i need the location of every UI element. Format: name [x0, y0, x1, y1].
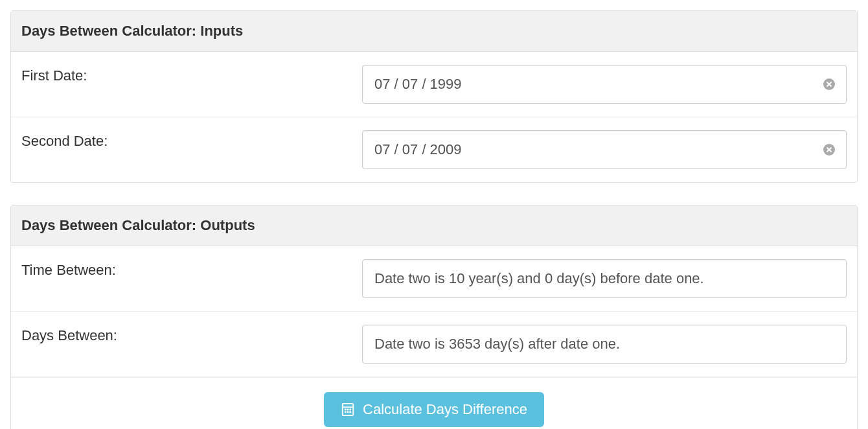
svg-point-5: [345, 412, 346, 412]
button-row: Calculate Days Difference: [11, 377, 857, 429]
svg-point-7: [350, 412, 350, 412]
time-between-row: Time Between: Date two is 10 year(s) and…: [11, 246, 857, 312]
days-between-output: Date two is 3653 day(s) after date one.: [362, 325, 847, 364]
clear-x-icon[interactable]: [823, 78, 835, 90]
svg-point-2: [345, 409, 346, 410]
days-between-control: Date two is 3653 day(s) after date one.: [362, 325, 847, 364]
time-between-control: Date two is 10 year(s) and 0 day(s) befo…: [362, 259, 847, 298]
time-between-label: Time Between:: [21, 259, 362, 279]
outputs-panel: Days Between Calculator: Outputs Time Be…: [10, 205, 858, 429]
outputs-panel-header: Days Between Calculator: Outputs: [11, 205, 857, 246]
days-between-row: Days Between: Date two is 3653 day(s) af…: [11, 312, 857, 377]
second-date-control: 07 / 07 / 2009: [362, 130, 847, 169]
first-date-row: First Date: 07 / 07 / 1999: [11, 52, 857, 117]
svg-point-4: [350, 409, 350, 410]
inputs-panel-header: Days Between Calculator: Inputs: [11, 11, 857, 52]
second-date-input[interactable]: 07 / 07 / 2009: [362, 130, 847, 169]
first-date-label: First Date:: [21, 65, 362, 84]
second-date-label: Second Date:: [21, 130, 362, 150]
days-between-label: Days Between:: [21, 325, 362, 344]
first-date-input[interactable]: 07 / 07 / 1999: [362, 65, 847, 104]
calculate-button-label: Calculate Days Difference: [363, 401, 527, 418]
svg-point-6: [347, 412, 348, 412]
calculate-button[interactable]: Calculate Days Difference: [324, 392, 544, 427]
clear-x-icon[interactable]: [823, 144, 835, 156]
time-between-output: Date two is 10 year(s) and 0 day(s) befo…: [362, 259, 847, 298]
inputs-panel: Days Between Calculator: Inputs First Da…: [10, 10, 858, 183]
first-date-control: 07 / 07 / 1999: [362, 65, 847, 104]
calculator-icon: [341, 402, 355, 417]
svg-point-3: [347, 409, 348, 410]
second-date-row: Second Date: 07 / 07 / 2009: [11, 117, 857, 182]
